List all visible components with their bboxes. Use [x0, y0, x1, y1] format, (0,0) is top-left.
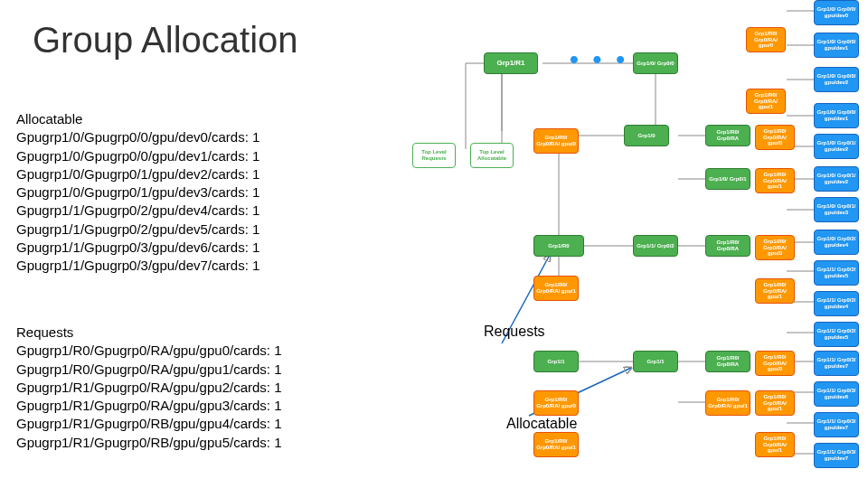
- node-grp1-r0-ra: Grp1/R0/ Grp0/RA: [705, 125, 750, 146]
- ellipsis-icon: • • •: [570, 45, 628, 74]
- allocatable-row: Gpugrp1/0/Gpugrp0/0/gpu/dev0/cards: 1: [16, 128, 259, 146]
- requests-row: Gpugrp1/R1/Gpugrp0/RA/gpu/gpu3/cards: 1: [16, 397, 282, 415]
- leaf-dev11: Grp1/1/ Grp0/3/ gpu/dev7: [814, 351, 859, 376]
- leaf-dev2: Grp1/0/ Grp0/0/ gpu/dev2: [814, 67, 859, 92]
- leaf-dev6: Grp1/0/ Grp0/1/ gpu/dev3: [814, 197, 859, 222]
- allocatable-row: Gpugrp1/1/Gpugrp0/2/gpu/dev4/cards: 1: [16, 202, 259, 220]
- node-gateway-mid1: Grp1/R0/ Grp0/RA/ gpu/0: [533, 128, 579, 154]
- leaf-dev0: Grp1/0/ Grp0/0/ gpu/dev0: [814, 0, 859, 25]
- node-gw-r7: Grp1/R0/ Grp0/RA/ gpu/1: [755, 432, 795, 457]
- requests-row: Gpugrp1/R1/Gpugrp0/RB/gpu/gpu4/cards: 1: [16, 415, 282, 433]
- node-grp1-r0: Grp1/R0: [533, 235, 584, 257]
- node-gateway-low1: Grp1/R0/ Grp0/RA/ gpu/0: [533, 390, 579, 416]
- leaf-dev8: Grp1/1/ Grp0/2/ gpu/dev5: [814, 260, 859, 286]
- requests-block: Requests Gpugrp1/R0/Gpugrp0/RA/gpu/gpu0/…: [16, 324, 282, 452]
- node-grp1-r1: Grp1/R1: [484, 52, 538, 74]
- diagram-area: Grp1/R1 • • • Grp1/0/ Grp0/0 Grp1/R0/ Gr…: [398, 0, 868, 488]
- leaf-dev9: Grp1/1/ Grp0/2/ gpu/dev4: [814, 291, 859, 316]
- node-grp1-0-grp0-0: Grp1/0/ Grp0/0: [633, 52, 678, 74]
- allocatable-row: Gpugrp1/0/Gpugrp0/1/gpu/dev2/cards: 1: [16, 165, 259, 183]
- node-gateway-top: Grp1/R0/ Grp0/RA/ gpu/0: [746, 27, 786, 52]
- node-grp1-r0-ra2: Grp1/R0/ Grp0/RA: [705, 235, 750, 257]
- allocatable-header: Allocatable: [16, 110, 259, 128]
- requests-row: Gpugrp1/R1/Gpugrp0/RB/gpu/gpu5/cards: 1: [16, 434, 282, 452]
- node-gw-r1: Grp1/R0/ Grp0/RA/ gpu/0: [755, 125, 795, 150]
- allocatable-row: Gpugrp1/1/Gpugrp0/3/gpu/dev7/cards: 1: [16, 257, 259, 275]
- node-grp1-1-grp0-2: Grp1/1/ Grp0/2: [633, 235, 678, 257]
- node-gw-r3: Grp1/R0/ Grp0/RA/ gpu/0: [755, 235, 795, 260]
- node-top-level-requests: Top Level Requests: [412, 143, 456, 168]
- node-gateway-low3: Grp1/R0/ Grp0/RA/ gpu/1: [533, 432, 579, 457]
- node-grp1-0: Grp1/0: [624, 125, 669, 146]
- leaf-dev7: Grp1/0/ Grp0/2/ gpu/dev4: [814, 230, 859, 255]
- node-gateway-mid2: Grp1/R0/ Grp0/RA/ gpu/1: [533, 276, 579, 301]
- node-gw-r4: Grp1/R0/ Grp0/RA/ gpu/1: [755, 278, 795, 304]
- node-gw-r2: Grp1/R0/ Grp0/RA/ gpu/1: [755, 168, 795, 193]
- leaf-dev12: Grp1/1/ Grp0/3/ gpu/dev6: [814, 381, 859, 407]
- node-grp1-1: Grp1/1: [533, 351, 579, 372]
- node-grp1-1b: Grp1/1: [633, 351, 678, 372]
- node-grp1-0-grp0-1: Grp1/0/ Grp0/1: [705, 168, 750, 190]
- leaf-dev10: Grp1/1/ Grp0/2/ gpu/dev5: [814, 322, 859, 347]
- allocatable-block: Allocatable Gpugrp1/0/Gpugrp0/0/gpu/dev0…: [16, 110, 259, 275]
- node-top-level-allocatable: Top Level Allocatable: [470, 143, 514, 168]
- leaf-dev3: Grp1/0/ Grp0/0/ gpu/dev1: [814, 103, 859, 128]
- node-gateway-top2: Grp1/R0/ Grp0/RA/ gpu/1: [746, 89, 786, 114]
- requests-header: Requests: [16, 324, 282, 342]
- leaf-dev4: Grp1/0/ Grp0/1/ gpu/dev2: [814, 134, 859, 159]
- allocatable-row: Gpugrp1/0/Gpugrp0/0/gpu/dev1/cards: 1: [16, 147, 259, 165]
- requests-row: Gpugrp1/R0/Gpugrp0/RA/gpu/gpu0/cards: 1: [16, 342, 282, 360]
- node-gw-r5: Grp1/R0/ Grp0/RA/ gpu/0: [755, 351, 795, 376]
- node-grp1-r0-ra3: Grp1/R0/ Grp0/RA: [705, 351, 750, 372]
- allocatable-row: Gpugrp1/1/Gpugrp0/3/gpu/dev6/cards: 1: [16, 239, 259, 257]
- node-gateway-low2: Grp1/R0/ Grp0/RA/ gpu/1: [705, 390, 750, 416]
- requests-row: Gpugrp1/R0/Gpugrp0/RA/gpu/gpu1/cards: 1: [16, 361, 282, 379]
- annotation-requests: Requests: [484, 324, 545, 340]
- node-gw-r6: Grp1/R0/ Grp0/RA/ gpu/1: [755, 390, 795, 416]
- allocatable-row: Gpugrp1/1/Gpugrp0/2/gpu/dev5/cards: 1: [16, 221, 259, 239]
- leaf-dev5: Grp1/0/ Grp0/1/ gpu/dev2: [814, 166, 859, 192]
- requests-row: Gpugrp1/R1/Gpugrp0/RA/gpu/gpu2/cards: 1: [16, 379, 282, 397]
- leaf-dev1: Grp1/0/ Grp0/0/ gpu/dev1: [814, 33, 859, 58]
- page-title: Group Allocation: [33, 20, 298, 61]
- annotation-allocatable: Allocatable: [506, 416, 577, 432]
- leaf-dev14: Grp1/1/ Grp0/3/ gpu/dev7: [814, 443, 859, 468]
- leaf-dev13: Grp1/1/ Grp0/3/ gpu/dev7: [814, 412, 859, 437]
- allocatable-row: Gpugrp1/0/Gpugrp0/1/gpu/dev3/cards: 1: [16, 183, 259, 202]
